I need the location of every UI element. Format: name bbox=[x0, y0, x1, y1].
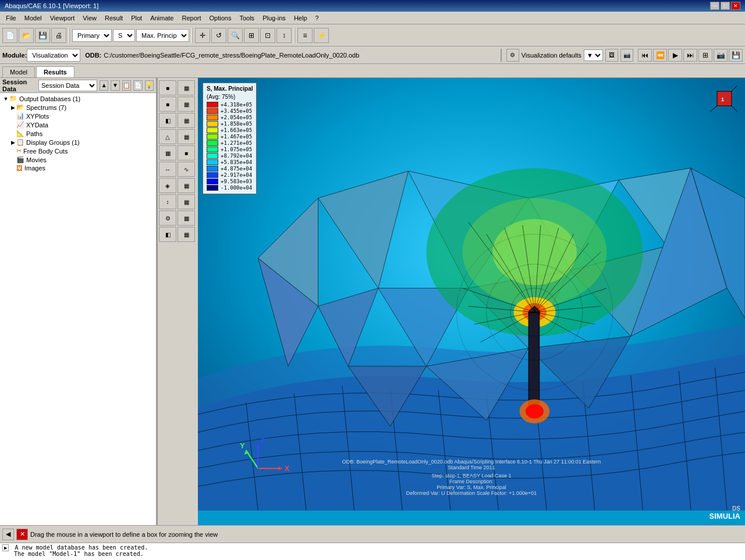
rt-btn-5a[interactable]: ▦ bbox=[159, 145, 176, 160]
options-button[interactable]: ⚡ bbox=[314, 28, 329, 43]
translate-button[interactable]: ✛ bbox=[195, 28, 210, 43]
print-button[interactable]: 🖨 bbox=[51, 28, 66, 43]
menu-question[interactable]: ? bbox=[312, 13, 322, 23]
rt-btn-3a[interactable]: ◧ bbox=[159, 113, 176, 128]
open-button[interactable]: 📂 bbox=[19, 28, 34, 43]
rt-btn-1a[interactable]: ■ bbox=[159, 80, 176, 95]
rt-btn-6b[interactable]: ∿ bbox=[178, 162, 195, 177]
free-body-cuts-label: Free Body Cuts bbox=[23, 148, 68, 155]
primary-dropdown[interactable]: Primary bbox=[72, 29, 112, 42]
menu-options[interactable]: Options bbox=[206, 13, 235, 23]
legend-color-11 bbox=[207, 166, 218, 172]
session-dropdown[interactable]: Session Data bbox=[38, 80, 97, 91]
menu-report[interactable]: Report bbox=[178, 13, 204, 23]
tree-free-body-cuts[interactable]: ✂ Free Body Cuts bbox=[1, 147, 155, 155]
tree-light-btn[interactable]: 💡 bbox=[145, 80, 154, 91]
rt-btn-6a[interactable]: ↔ bbox=[159, 162, 176, 177]
rt-btn-9b[interactable]: ▦ bbox=[178, 211, 195, 226]
rt-btn-7b[interactable]: ▦ bbox=[178, 178, 195, 193]
nav-copy[interactable]: ⊞ bbox=[698, 49, 712, 62]
nav-play[interactable]: ▶ bbox=[668, 49, 682, 62]
zoom-box-button[interactable]: ⊡ bbox=[260, 28, 275, 43]
module-dropdown[interactable]: Visualization bbox=[27, 49, 80, 62]
rt-btn-9a[interactable]: ⚙ bbox=[159, 211, 176, 226]
viewport[interactable]: X Y Z S, Max. Principal (Avg: 75%) +4.31… bbox=[198, 78, 745, 525]
s-dropdown[interactable]: S bbox=[113, 29, 135, 42]
maxprinc-dropdown[interactable]: Max. Princip bbox=[136, 29, 189, 42]
menu-file[interactable]: File bbox=[2, 13, 20, 23]
close-button[interactable]: ✕ bbox=[731, 2, 740, 10]
tree-xyplots[interactable]: 📊 XYPlots bbox=[1, 112, 155, 120]
odb-path: C:/customer/BoeingSeattle/FCG_remote_str… bbox=[104, 52, 359, 59]
legend-row-6: +1.467e+05 bbox=[207, 134, 253, 140]
view-manipulate[interactable]: ↕ bbox=[276, 28, 292, 43]
tree-display-groups[interactable]: ▶ 📋 Display Groups (1) bbox=[1, 138, 155, 147]
tab-model[interactable]: Model bbox=[2, 66, 35, 77]
expand-display-groups[interactable]: ▶ bbox=[9, 139, 16, 146]
menu-plugins[interactable]: Plug-ins bbox=[259, 13, 289, 23]
legend-val-5: +1.663e+05 bbox=[221, 127, 252, 133]
tab-results[interactable]: Results bbox=[36, 66, 74, 77]
expand-spectrums[interactable]: ▶ bbox=[9, 104, 16, 111]
nav-prev[interactable]: ⏪ bbox=[653, 49, 667, 62]
tree-up-btn[interactable]: ▲ bbox=[100, 80, 108, 91]
rt-btn-7a[interactable]: ◈ bbox=[159, 178, 176, 193]
rt-btn-4a[interactable]: △ bbox=[159, 129, 176, 144]
session-label: Session Data bbox=[2, 79, 36, 92]
svg-line-69 bbox=[732, 106, 737, 112]
nav-first[interactable]: ⏮ bbox=[638, 49, 652, 62]
tree-paths[interactable]: 📐 Paths bbox=[1, 129, 155, 138]
rt-btn-10a[interactable]: ◧ bbox=[159, 227, 176, 242]
viz-icon3[interactable]: 📷 bbox=[620, 49, 633, 62]
menu-result[interactable]: Result bbox=[101, 13, 126, 23]
rt-row-1: ■ ▦ bbox=[159, 80, 197, 95]
tree-spectrums[interactable]: ▶ 📂 Spectrums (7) bbox=[1, 103, 155, 112]
expand-output-db[interactable]: ▼ bbox=[2, 95, 9, 102]
menu-model[interactable]: Model bbox=[21, 13, 45, 23]
status-close-btn[interactable]: ✕ bbox=[16, 529, 28, 540]
fit-button[interactable]: ⊞ bbox=[244, 28, 259, 43]
menu-plot[interactable]: Plot bbox=[127, 13, 146, 23]
tree-copy-btn[interactable]: 📋 bbox=[122, 80, 131, 91]
rt-btn-4b[interactable]: ▦ bbox=[178, 129, 195, 144]
rt-row-8: ↕ ▦ bbox=[159, 194, 197, 209]
rotate-button[interactable]: ↺ bbox=[211, 28, 226, 43]
maximize-button[interactable]: □ bbox=[721, 2, 730, 10]
nav-next[interactable]: ⏭ bbox=[683, 49, 697, 62]
menu-tools[interactable]: Tools bbox=[236, 13, 258, 23]
svg-line-68 bbox=[710, 106, 717, 112]
viz-icon1[interactable]: ⚙ bbox=[506, 49, 519, 62]
rt-btn-2a[interactable]: ■ bbox=[159, 97, 176, 112]
tree-output-db[interactable]: ▼ 📁 Output Databases (1) bbox=[1, 94, 155, 103]
nav-save[interactable]: 💾 bbox=[729, 49, 743, 62]
menu-help[interactable]: Help bbox=[290, 13, 311, 23]
rt-btn-2b[interactable]: ▦ bbox=[178, 97, 195, 112]
svg-text:1: 1 bbox=[721, 97, 724, 102]
menu-view[interactable]: View bbox=[79, 13, 100, 23]
tree-new-btn[interactable]: 📄 bbox=[133, 80, 142, 91]
viz-defaults-dropdown[interactable]: ▼ bbox=[584, 49, 603, 61]
nav-snap[interactable]: 📷 bbox=[714, 49, 728, 62]
save-button[interactable]: 💾 bbox=[35, 28, 50, 43]
rt-btn-5b[interactable]: ■ bbox=[178, 145, 195, 160]
svg-rect-66 bbox=[717, 91, 732, 106]
rt-btn-8a[interactable]: ↕ bbox=[159, 194, 176, 209]
status-arrow-btn[interactable]: ◀ bbox=[2, 529, 14, 540]
rt-btn-10b[interactable]: ▦ bbox=[178, 227, 195, 242]
rt-btn-1b[interactable]: ▦ bbox=[178, 80, 195, 95]
tree-movies[interactable]: 🎬 Movies bbox=[1, 155, 155, 164]
viz-icon2[interactable]: 🖼 bbox=[605, 49, 618, 62]
menu-viewport[interactable]: Viewport bbox=[47, 13, 79, 23]
zoom-button[interactable]: 🔍 bbox=[228, 28, 243, 43]
tree-down-btn[interactable]: ▼ bbox=[111, 80, 119, 91]
grid-button[interactable]: ≡ bbox=[297, 28, 313, 43]
tree-xydata[interactable]: 📈 XYData bbox=[1, 120, 155, 129]
rt-btn-8b[interactable]: ▦ bbox=[178, 194, 195, 209]
minimize-button[interactable]: ─ bbox=[710, 2, 719, 10]
menu-animate[interactable]: Animate bbox=[147, 13, 177, 23]
console-icon: ▶ A new model database has been created. bbox=[2, 544, 743, 551]
spectrums-label: Spectrums (7) bbox=[26, 104, 66, 111]
new-button[interactable]: 📄 bbox=[2, 28, 17, 43]
tree-images[interactable]: 🖼 Images bbox=[1, 164, 155, 172]
rt-btn-3b[interactable]: ▦ bbox=[178, 113, 195, 128]
